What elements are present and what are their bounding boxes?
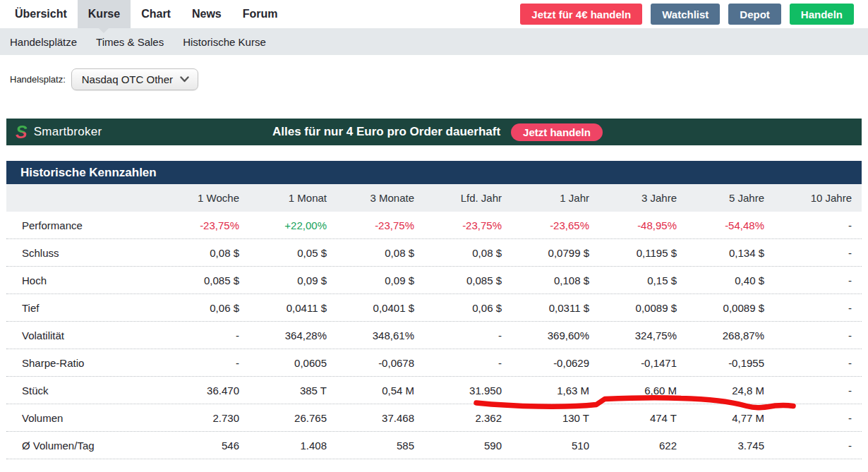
tab-forum[interactable]: Forum [232, 0, 289, 28]
table-cell: 385 T [249, 385, 337, 397]
table-cell: -54,48% [687, 219, 774, 231]
table-cell: 3.745 [687, 440, 774, 452]
depot-button[interactable]: Depot [728, 4, 781, 25]
table-cell: 0,09 $ [337, 274, 424, 286]
tab-chart[interactable]: Chart [131, 0, 181, 28]
table-cell: 6,60 M [599, 385, 687, 397]
table-cell: 0,15 $ [599, 274, 687, 286]
table-cell: - [774, 357, 862, 369]
table-column-header-row: 1 Woche1 Monat3 MonateLfd. Jahr1 Jahr3 J… [6, 184, 862, 212]
row-label: Sharpe-Ratio [6, 357, 162, 369]
chevron-down-icon [180, 76, 189, 83]
table-cell: 2.730 [162, 412, 249, 424]
sub-nav: HandelsplätzeTimes & SalesHistorische Ku… [0, 28, 868, 55]
table-row: Volatilität-364,28%348,61%-369,60%324,75… [6, 322, 862, 349]
table-cell: 622 [599, 440, 687, 452]
table-cell: - [774, 274, 862, 286]
column-header: 3 Monate [337, 192, 424, 204]
page: ÜbersichtKurseChartNewsForum Jetzt für 4… [0, 0, 868, 472]
subnav-item-historische-kurse[interactable]: Historische Kurse [183, 36, 266, 48]
table-cell: 0,40 $ [687, 274, 774, 286]
tab-kurse[interactable]: Kurse [78, 0, 131, 28]
table-cell: 37.468 [337, 412, 424, 424]
table-cell: 1,63 M [512, 385, 599, 397]
table-title: Historische Kennzahlen [6, 161, 862, 184]
table-cell: 0,06 $ [162, 302, 249, 314]
banner-message: Alles für nur 4 Euro pro Order dauerhaft [272, 125, 500, 139]
row-label: Ø Volumen/Tag [6, 440, 162, 452]
table-cell: 0,1195 $ [599, 247, 687, 259]
table-cell: 0,54 M [337, 385, 424, 397]
table-cell: 24,8 M [687, 385, 774, 397]
table-cell: 0,0089 $ [599, 302, 687, 314]
table-cell: - [774, 302, 862, 314]
table-cell: -0,1471 [599, 357, 687, 369]
table-cell: 0,134 $ [687, 247, 774, 259]
table-cell: - [774, 412, 862, 424]
table-cell: - [424, 329, 512, 341]
table-cell: - [774, 440, 862, 452]
table-cell: 4,77 M [687, 412, 774, 424]
row-label: Performance [6, 219, 162, 231]
table-cell: -23,75% [162, 219, 249, 231]
tab--bersicht[interactable]: Übersicht [4, 0, 78, 28]
table-cell: 590 [424, 440, 512, 452]
table-cell: 268,87% [687, 329, 774, 341]
table-row: Ø Volumen/Tag5461.4085855905106223.745- [6, 432, 862, 459]
smartbroker-ad-banner[interactable]: S Smartbroker Alles für nur 4 Euro pro O… [6, 119, 862, 145]
table-row: Volumen2.73026.76537.4682.362130 T474 T4… [6, 404, 862, 432]
table-cell: -0,0678 [337, 357, 424, 369]
historical-metrics-section: Historische Kennzahlen 1 Woche1 Monat3 M… [6, 161, 862, 459]
table-cell: 0,085 $ [162, 274, 249, 286]
table-cell: - [424, 357, 512, 369]
subnav-item-handelspl-tze[interactable]: Handelsplätze [10, 36, 77, 48]
table-row: Performance-23,75%+22,00%-23,75%-23,75%-… [6, 212, 862, 239]
table-cell: - [162, 357, 249, 369]
table-cell: 364,28% [249, 329, 337, 341]
table-cell: -23,75% [337, 219, 424, 231]
row-label: Hoch [6, 274, 162, 286]
table-cell: 36.470 [162, 385, 249, 397]
row-label: Volumen [6, 412, 162, 424]
row-label: Stück [6, 385, 162, 397]
jetzt-f-r-4-handeln-button[interactable]: Jetzt für 4€ handeln [520, 4, 642, 25]
handelsplatz-select[interactable]: Nasdaq OTC Other [71, 68, 198, 90]
table-body: Performance-23,75%+22,00%-23,75%-23,75%-… [6, 212, 862, 459]
table-cell: 0,08 $ [162, 247, 249, 259]
table-row: Hoch0,085 $0,09 $0,09 $0,085 $0,108 $0,1… [6, 267, 862, 294]
table-row: Tief0,06 $0,0411 $0,0401 $0,06 $0,0311 $… [6, 294, 862, 322]
main-tabs: ÜbersichtKurseChartNewsForum [4, 0, 289, 28]
row-label: Schluss [6, 247, 162, 259]
table-cell: 26.765 [249, 412, 337, 424]
tab-news[interactable]: News [181, 0, 232, 28]
table-cell: 324,75% [599, 329, 687, 341]
row-label: Volatilität [6, 329, 162, 341]
table-cell: - [774, 329, 862, 341]
handeln-button[interactable]: Handeln [790, 4, 854, 25]
column-header: 3 Jahre [599, 192, 687, 204]
nav-buttons: Jetzt für 4€ handelnWatchlistDepotHandel… [520, 0, 868, 28]
smartbroker-logo-icon: S [16, 123, 28, 141]
table-cell: - [774, 385, 862, 397]
table-cell: -23,65% [512, 219, 599, 231]
column-header: Lfd. Jahr [424, 192, 512, 204]
handelsplatz-selected-value: Nasdaq OTC Other [82, 73, 173, 85]
table-cell: 546 [162, 440, 249, 452]
table-row: Stück36.470385 T0,54 M31.9501,63 M6,60 M… [6, 377, 862, 404]
table-cell: 510 [512, 440, 599, 452]
table-cell: -0,1955 [687, 357, 774, 369]
banner-cta-button[interactable]: Jetzt handeln [511, 123, 603, 141]
table-cell: 0,08 $ [424, 247, 512, 259]
watchlist-button[interactable]: Watchlist [651, 4, 720, 25]
table-row: Schluss0,08 $0,05 $0,08 $0,08 $0,0799 $0… [6, 239, 862, 267]
column-header: 10 Jahre [774, 192, 862, 204]
table-cell: 130 T [512, 412, 599, 424]
table-cell: 474 T [599, 412, 687, 424]
table-row: Sharpe-Ratio-0,0605-0,0678--0,0629-0,147… [6, 349, 862, 377]
table-cell: -23,75% [424, 219, 512, 231]
table-cell: 0,0605 [249, 357, 337, 369]
table-cell: 0,0311 $ [512, 302, 599, 314]
table-cell: 0,05 $ [249, 247, 337, 259]
table-cell: 31.950 [424, 385, 512, 397]
table-cell: 0,0401 $ [337, 302, 424, 314]
